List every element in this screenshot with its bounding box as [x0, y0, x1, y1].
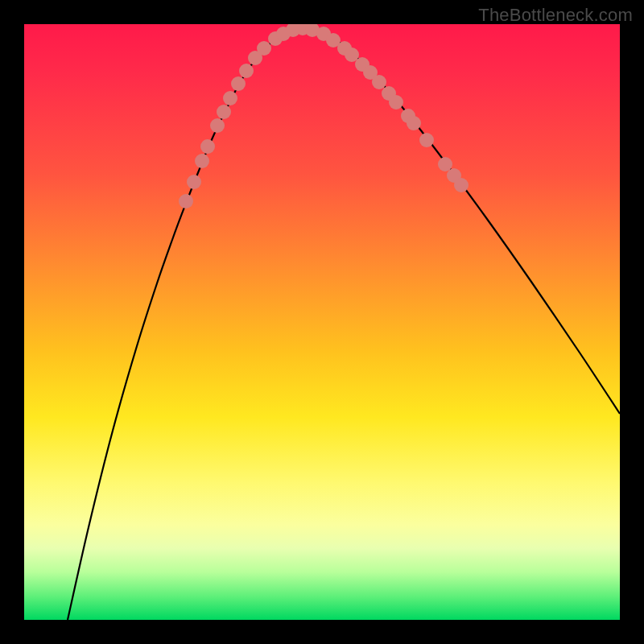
plot-area	[24, 24, 620, 620]
highlight-dot	[407, 116, 421, 130]
highlight-dot	[179, 194, 193, 208]
highlight-dot	[187, 175, 201, 189]
highlight-dot	[438, 157, 452, 171]
highlight-dot	[217, 105, 231, 119]
highlight-dot	[454, 178, 469, 192]
highlight-dot	[200, 139, 215, 154]
highlight-dot	[419, 133, 434, 147]
highlight-dot	[210, 118, 225, 133]
highlight-dot	[257, 41, 271, 56]
highlight-dot	[389, 95, 403, 109]
highlight-dots	[179, 24, 469, 208]
curve-svg	[24, 24, 620, 620]
chart-frame: TheBottleneck.com	[0, 0, 644, 644]
watermark-text: TheBottleneck.com	[478, 5, 633, 26]
highlight-dot	[372, 75, 386, 89]
highlight-dot	[195, 154, 209, 168]
highlight-dot	[239, 64, 254, 78]
bottleneck-curve	[68, 27, 620, 620]
highlight-dot	[223, 91, 237, 105]
highlight-dot	[231, 76, 246, 91]
